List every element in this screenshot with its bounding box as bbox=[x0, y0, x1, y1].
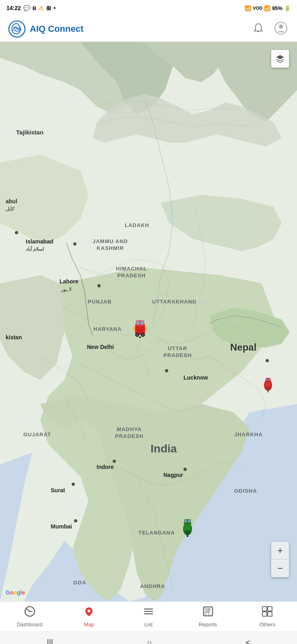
zoom-out-button[interactable]: − bbox=[271, 559, 289, 577]
svg-line-53 bbox=[269, 608, 270, 609]
nav-list-label: List bbox=[144, 621, 153, 627]
svg-marker-31 bbox=[276, 55, 284, 59]
network-vod: VOD bbox=[253, 6, 262, 10]
svg-point-2 bbox=[279, 25, 283, 29]
logo-area: AIQ Connect bbox=[8, 20, 83, 38]
dot-islamabad bbox=[73, 242, 76, 246]
dashboard-icon bbox=[24, 606, 35, 620]
nav-reports-label: Reports bbox=[199, 621, 217, 627]
svg-rect-43 bbox=[208, 608, 210, 610]
recent-icon: ||| bbox=[47, 638, 53, 644]
reports-nav-icon bbox=[202, 606, 214, 620]
b-icon: B bbox=[33, 5, 36, 11]
app-logo-icon bbox=[8, 20, 26, 38]
zoom-controls: + − bbox=[271, 542, 289, 577]
dot-lahore bbox=[97, 284, 101, 287]
bottom-nav: Dashboard Map List bbox=[0, 601, 297, 631]
nav-others[interactable]: Others bbox=[247, 603, 287, 631]
header-icons bbox=[251, 20, 289, 37]
nav-map[interactable]: Map bbox=[69, 603, 109, 631]
status-time: 14:22 bbox=[6, 5, 21, 11]
map-layer-button[interactable] bbox=[271, 50, 289, 68]
svg-rect-44 bbox=[205, 611, 206, 613]
svg-rect-46 bbox=[205, 613, 206, 615]
grid-icon: ⊞ bbox=[46, 5, 51, 11]
home-icon: ○ bbox=[147, 638, 152, 644]
chat-icon: 💬 bbox=[23, 5, 30, 11]
map-background bbox=[0, 42, 297, 601]
svg-line-52 bbox=[264, 608, 265, 609]
list-nav-icon bbox=[143, 606, 154, 620]
google-logo: Google bbox=[6, 589, 25, 596]
others-nav-icon bbox=[262, 606, 273, 620]
profile-button[interactable] bbox=[273, 20, 289, 37]
zoom-in-icon: + bbox=[277, 545, 283, 556]
dot-surat bbox=[72, 483, 75, 486]
recent-apps-button[interactable]: ||| bbox=[37, 634, 63, 644]
nav-list[interactable]: List bbox=[128, 603, 169, 631]
nav-others-label: Others bbox=[260, 621, 275, 627]
signal-icon: 📶 bbox=[264, 5, 270, 11]
layers-icon bbox=[276, 54, 285, 63]
status-right: 📶 VOD 📶 95% 🔋 bbox=[245, 5, 291, 11]
nav-dashboard[interactable]: Dashboard bbox=[10, 603, 50, 631]
dot-icon: • bbox=[54, 5, 56, 11]
wifi-icon: 📶 bbox=[245, 5, 251, 11]
dot-lucknow bbox=[165, 369, 168, 372]
svg-point-33 bbox=[29, 611, 31, 612]
status-left: 14:22 💬 B ⚠ ⊞ • bbox=[6, 5, 56, 11]
svg-point-34 bbox=[88, 609, 91, 612]
svg-rect-47 bbox=[208, 613, 210, 615]
dot-kabul bbox=[15, 231, 18, 234]
svg-rect-42 bbox=[205, 608, 206, 610]
map-container[interactable]: Tajikistan abul کابل Islamabad اسلام آبا… bbox=[0, 42, 297, 601]
nav-reports[interactable]: Reports bbox=[188, 603, 228, 631]
app-name: AIQ Connect bbox=[30, 24, 83, 34]
dot-nagpur bbox=[184, 468, 187, 471]
svg-rect-45 bbox=[208, 611, 210, 613]
android-nav-bar: ||| ○ < bbox=[0, 631, 297, 644]
map-nav-icon bbox=[83, 606, 95, 620]
bell-icon bbox=[253, 23, 264, 34]
avatar-icon bbox=[274, 22, 287, 35]
zoom-in-button[interactable]: + bbox=[271, 542, 289, 559]
dot-mumbai bbox=[74, 519, 77, 522]
notification-button[interactable] bbox=[251, 21, 266, 37]
app-header: AIQ Connect bbox=[0, 16, 297, 42]
battery-text: 95% bbox=[272, 5, 283, 11]
warning-icon: ⚠ bbox=[39, 5, 44, 11]
back-icon: < bbox=[245, 638, 250, 644]
nav-dashboard-label: Dashboard bbox=[17, 621, 43, 627]
home-button[interactable]: ○ bbox=[137, 634, 161, 644]
svg-line-55 bbox=[269, 613, 270, 615]
dot-indore bbox=[113, 460, 116, 463]
zoom-out-icon: − bbox=[277, 563, 283, 574]
status-bar: 14:22 💬 B ⚠ ⊞ • 📶 VOD 📶 95% 🔋 bbox=[0, 0, 297, 16]
svg-line-54 bbox=[264, 613, 265, 615]
nav-map-label: Map bbox=[84, 621, 94, 627]
back-button[interactable]: < bbox=[236, 634, 260, 644]
battery-icon: 🔋 bbox=[284, 5, 291, 11]
dot-nepal bbox=[266, 359, 269, 362]
